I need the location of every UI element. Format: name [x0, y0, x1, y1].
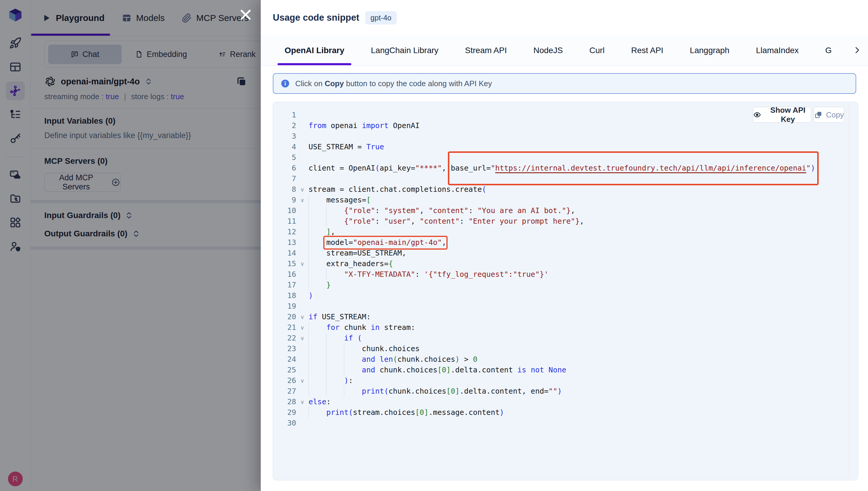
fold-gutter — [296, 152, 309, 163]
fold-chevron-icon[interactable]: ∨ — [296, 322, 309, 333]
close-icon — [239, 8, 252, 21]
indent-guide — [309, 365, 326, 375]
fold-gutter — [296, 407, 309, 418]
code-line-content: "X-TFY-METADATA": '{"tfy_log_request":"t… — [309, 269, 549, 280]
indent-guide — [326, 343, 344, 354]
modal-backdrop[interactable] — [0, 0, 261, 491]
code-line-content: {"role": "system", "content": "You are a… — [309, 205, 575, 216]
indent-guide — [309, 354, 326, 365]
code-token: } — [566, 206, 571, 215]
code-token: ] — [455, 387, 460, 395]
fold-chevron-icon[interactable]: ∨ — [296, 258, 309, 269]
indent-guide — [309, 195, 326, 205]
code-line: 7 — [273, 173, 848, 184]
snippet-tab-llamaindex[interactable]: LlamaIndex — [749, 35, 807, 65]
code-token: : — [375, 217, 384, 225]
code-line-content: client = OpenAI(api_key="****", base_url… — [309, 163, 815, 173]
fold-chevron-icon[interactable]: ∨ — [296, 312, 309, 322]
fold-chevron-icon[interactable]: ∨ — [296, 333, 309, 343]
code-token: .delta.content, end= — [460, 387, 549, 395]
fold-chevron-icon[interactable]: ∨ — [296, 195, 309, 205]
line-number: 5 — [273, 152, 296, 163]
code-editor: 12from openai import OpenAI34USE_STREAM … — [273, 110, 848, 428]
code-token: and — [362, 366, 375, 374]
code-token: "****" — [415, 164, 442, 172]
code-token: base_url= — [451, 164, 491, 172]
code-line: 21∨for chunk in stream: — [273, 322, 848, 333]
copy-button-label: Copy — [826, 110, 844, 119]
code-token: chunk.choices — [389, 387, 446, 395]
code-token — [375, 355, 380, 364]
code-token: , — [420, 206, 428, 215]
modal-title: Usage code snippet — [273, 12, 359, 23]
code-token: 0 — [451, 387, 455, 395]
code-token: if — [344, 334, 353, 342]
code-token: : — [348, 376, 353, 385]
code-token: "content" — [428, 206, 468, 215]
close-modal-button[interactable] — [237, 6, 254, 23]
code-token: " — [491, 164, 495, 172]
fold-gutter — [296, 173, 309, 184]
code-token: api_key= — [380, 164, 415, 172]
code-token: , — [442, 238, 446, 247]
indent-guide — [309, 258, 326, 269]
indent-guide — [309, 216, 326, 227]
indent-guide — [309, 386, 326, 397]
code-token: [ — [366, 196, 371, 204]
line-number: 14 — [273, 248, 296, 258]
line-number: 17 — [273, 280, 296, 290]
fold-chevron-icon[interactable]: ∨ — [296, 184, 309, 195]
fold-gutter — [296, 418, 309, 428]
code-line: 29print(stream.choices[0].message.conten… — [273, 407, 848, 418]
code-line: 16"X-TFY-METADATA": '{"tfy_log_request":… — [273, 269, 848, 280]
indent-guide — [344, 354, 362, 365]
code-line-content: from openai import OpenAI — [309, 120, 420, 131]
code-token — [544, 366, 549, 374]
line-number: 11 — [273, 216, 296, 227]
code-token: "role" — [348, 206, 375, 215]
indent-guide — [309, 280, 326, 290]
code-line-content: ], — [309, 227, 335, 237]
code-line: 5 — [273, 152, 848, 163]
snippet-tab-rest-api[interactable]: Rest API — [623, 35, 671, 65]
code-token: stream: — [380, 323, 415, 332]
indent-guide — [344, 343, 362, 354]
code-token: "user" — [384, 217, 411, 225]
fold-gutter — [296, 216, 309, 227]
code-token: ) — [811, 164, 815, 172]
line-number: 23 — [273, 343, 296, 354]
indent-guide — [309, 248, 326, 258]
code-token: [ — [437, 366, 442, 374]
fold-chevron-icon[interactable]: ∨ — [296, 397, 309, 407]
copy-code-button[interactable]: Copy — [814, 107, 844, 123]
code-line: 6client = OpenAI(api_key="****", base_ur… — [273, 163, 848, 173]
code-token: None — [549, 366, 566, 374]
code-token: print — [326, 408, 348, 417]
fold-gutter — [296, 290, 309, 301]
tabs-scroll-right-button[interactable] — [846, 35, 868, 65]
line-number: 8 — [273, 184, 296, 195]
show-api-key-button[interactable]: Show API Key — [753, 107, 811, 123]
snippet-tab-langgraph[interactable]: Langgraph — [682, 35, 737, 65]
code-line: 13model="openai-main/gpt-4o", — [273, 237, 848, 248]
code-line: 25and chunk.choices[0].delta.content is … — [273, 365, 848, 375]
fold-gutter — [296, 205, 309, 216]
code-scrollbar[interactable] — [849, 104, 856, 478]
snippet-tab-openai-library[interactable]: OpenAI Library — [277, 35, 352, 65]
snippet-tab-nodejs[interactable]: NodeJS — [526, 35, 571, 65]
code-token: ( — [482, 185, 486, 194]
code-line-content: ) — [309, 290, 313, 301]
snippet-tab-curl[interactable]: Curl — [582, 35, 612, 65]
fold-gutter — [296, 280, 309, 290]
fold-chevron-icon[interactable]: ∨ — [296, 375, 309, 386]
snippet-tab-stream-api[interactable]: Stream API — [457, 35, 514, 65]
code-line: 28∨else: — [273, 397, 848, 407]
code-token: ] — [446, 366, 451, 374]
snippet-tab-langchain-library[interactable]: LangChain Library — [363, 35, 446, 65]
code-line: 4USE_STREAM = True — [273, 142, 848, 152]
code-token: import — [362, 121, 389, 130]
code-token: "X-TFY-METADATA" — [344, 270, 415, 279]
code-token: len — [380, 355, 393, 364]
snippet-tab-g[interactable]: G — [817, 35, 839, 65]
code-token: if — [309, 313, 317, 321]
